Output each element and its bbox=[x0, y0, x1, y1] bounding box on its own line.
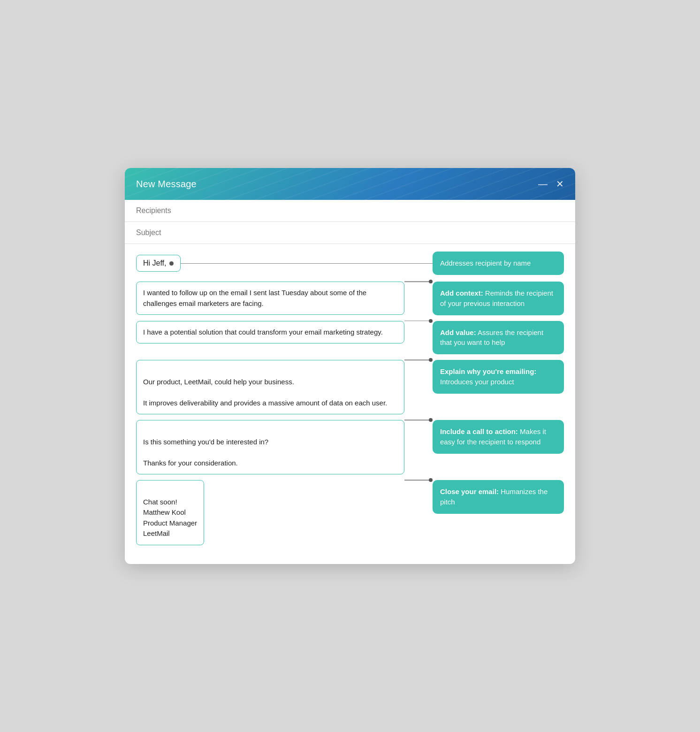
value-line bbox=[404, 320, 433, 321]
value-bubble: Add value: Assures the recipient that yo… bbox=[433, 321, 564, 355]
close-line bbox=[404, 480, 433, 480]
greeting-annotation-text: Addresses recipient by name bbox=[440, 259, 531, 267]
cta-line bbox=[404, 419, 433, 420]
explain-annotation: Explain why you're emailing: Introduces … bbox=[433, 360, 564, 394]
context-bold: Add context: bbox=[440, 289, 483, 297]
window-controls: — ✕ bbox=[538, 179, 564, 189]
context-dot-right bbox=[429, 280, 433, 283]
value-text-block: I have a potential solution that could t… bbox=[136, 321, 404, 344]
greeting-annotation-bubble: Addresses recipient by name bbox=[433, 252, 564, 275]
minimize-button[interactable]: — bbox=[538, 179, 548, 189]
close-email-block: Chat soon! Matthew Kool Product Manager … bbox=[136, 480, 404, 545]
explain-text: Our product, LeetMail, could help your b… bbox=[143, 378, 387, 407]
value-bold: Add value: bbox=[440, 328, 476, 336]
context-annotation: Add context: Reminds the recipient of yo… bbox=[433, 282, 564, 315]
explain-line bbox=[404, 359, 433, 360]
email-body-area: Hi Jeff, Addresses recipient by name I w… bbox=[125, 244, 575, 564]
cta-bold: Include a call to action: bbox=[440, 427, 518, 435]
close-bold: Close your email: bbox=[440, 488, 499, 496]
greeting-connector-dot bbox=[169, 261, 174, 266]
context-row: I wanted to follow up on the email I sen… bbox=[136, 282, 564, 315]
context-text: I wanted to follow up on the email I sen… bbox=[143, 289, 366, 307]
subject-row bbox=[125, 222, 575, 244]
close-dot-right bbox=[429, 478, 433, 482]
email-window: New Message — ✕ Hi Jeff, Addresses recip… bbox=[125, 168, 575, 564]
explain-row: Our product, LeetMail, could help your b… bbox=[136, 360, 564, 414]
close-row: Chat soon! Matthew Kool Product Manager … bbox=[136, 480, 564, 545]
value-annotation: Add value: Assures the recipient that yo… bbox=[433, 321, 564, 355]
cta-text-block: Is this something you'd be interested in… bbox=[136, 420, 404, 474]
context-text-block: I wanted to follow up on the email I sen… bbox=[136, 282, 404, 315]
recipients-row bbox=[125, 200, 575, 222]
cta-text: Is this something you'd be interested in… bbox=[143, 438, 268, 467]
cta-email-block: Is this something you'd be interested in… bbox=[136, 420, 404, 474]
explain-annotation-text: Introduces your product bbox=[440, 378, 514, 386]
cta-bubble: Include a call to action: Makes it easy … bbox=[433, 420, 564, 454]
greeting-connector-line bbox=[181, 263, 433, 264]
cta-annotation: Include a call to action: Makes it easy … bbox=[433, 420, 564, 454]
context-line bbox=[404, 281, 433, 282]
explain-email-block: Our product, LeetMail, could help your b… bbox=[136, 360, 404, 414]
close-text: Chat soon! Matthew Kool Product Manager … bbox=[143, 498, 197, 538]
greeting-row: Hi Jeff, Addresses recipient by name bbox=[136, 252, 564, 275]
greeting-text: Hi Jeff, bbox=[143, 259, 167, 267]
value-email-block: I have a potential solution that could t… bbox=[136, 321, 404, 344]
close-text-block: Chat soon! Matthew Kool Product Manager … bbox=[136, 480, 204, 545]
explain-text-block: Our product, LeetMail, could help your b… bbox=[136, 360, 404, 414]
explain-dot-right bbox=[429, 358, 433, 362]
context-email-block: I wanted to follow up on the email I sen… bbox=[136, 282, 404, 315]
close-annotation: Close your email: Humanizes the pitch bbox=[433, 480, 564, 514]
recipients-input[interactable] bbox=[136, 206, 564, 215]
close-bubble: Close your email: Humanizes the pitch bbox=[433, 480, 564, 514]
value-row: I have a potential solution that could t… bbox=[136, 321, 564, 355]
context-bubble: Add context: Reminds the recipient of yo… bbox=[433, 282, 564, 315]
explain-bold: Explain why you're emailing: bbox=[440, 367, 536, 375]
window-title: New Message bbox=[136, 179, 197, 190]
cta-row: Is this something you'd be interested in… bbox=[136, 420, 564, 474]
explain-bubble: Explain why you're emailing: Introduces … bbox=[433, 360, 564, 394]
value-text: I have a potential solution that could t… bbox=[143, 328, 383, 336]
window-header: New Message — ✕ bbox=[125, 168, 575, 200]
subject-input[interactable] bbox=[136, 229, 564, 237]
cta-dot-right bbox=[429, 418, 433, 422]
value-dot-right bbox=[429, 319, 433, 323]
close-button[interactable]: ✕ bbox=[556, 179, 564, 189]
greeting-block: Hi Jeff, bbox=[136, 255, 181, 272]
